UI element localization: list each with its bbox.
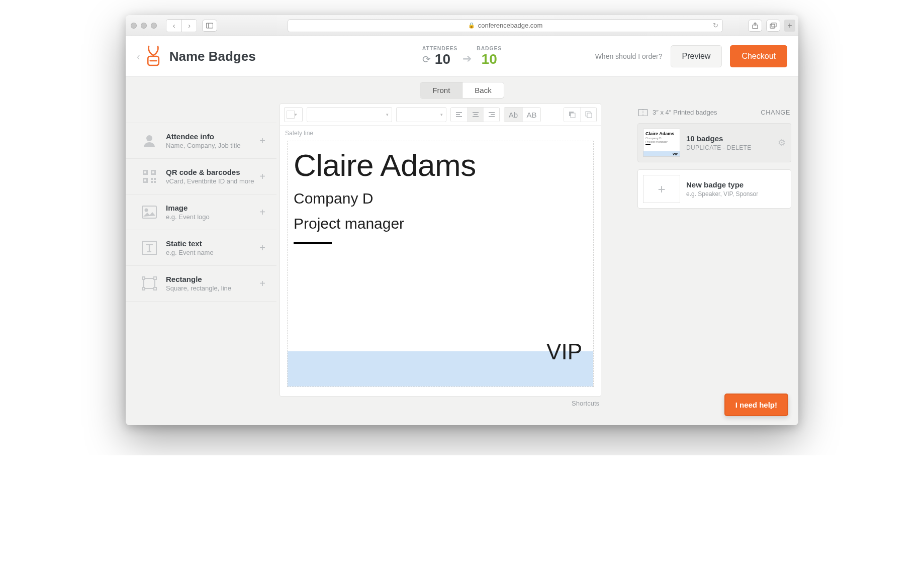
badges-panel: 3″ x 4″ Printed badges CHANGE Claire Ada… <box>634 99 798 415</box>
svg-rect-24 <box>142 287 145 290</box>
send-backward-button[interactable] <box>580 108 596 122</box>
svg-rect-16 <box>152 171 154 173</box>
window-controls <box>131 23 157 29</box>
case-mixed-button[interactable]: Ab <box>504 108 522 122</box>
address-bar[interactable]: 🔒 conferencebadge.com ↻ <box>288 19 723 32</box>
badge-vip-text[interactable]: VIP <box>546 339 582 364</box>
thumb-vip: VIP <box>673 152 678 156</box>
add-icon[interactable]: + <box>259 278 265 289</box>
thumb-job: Project manager <box>645 140 678 143</box>
url-text: conferencebadge.com <box>478 22 543 29</box>
tab-front[interactable]: Front <box>420 82 462 98</box>
badge-name-field[interactable]: Claire Adams <box>294 147 587 183</box>
bring-forward-button[interactable] <box>564 108 580 122</box>
tab-back[interactable]: Back <box>462 82 503 98</box>
tool-subtitle: e.g. Event logo <box>166 213 210 221</box>
tool-image[interactable]: Image e.g. Event logo + <box>126 194 276 230</box>
tool-static-text[interactable]: Static text e.g. Event name + <box>126 230 276 266</box>
add-icon[interactable]: + <box>259 135 265 147</box>
rectangle-icon <box>141 275 158 292</box>
tool-qr-barcodes[interactable]: QR code & barcodes vCard, Eventbrite ID … <box>126 159 276 194</box>
svg-rect-12 <box>154 178 156 180</box>
tool-rectangle[interactable]: Rectangle Square, rectangle, line + <box>126 266 276 302</box>
new-badge-sub: e.g. Speaker, VIP, Sponsor <box>686 190 758 198</box>
add-icon[interactable]: + <box>259 242 265 254</box>
svg-rect-38 <box>587 113 592 118</box>
svg-rect-13 <box>151 181 153 183</box>
tool-subtitle: Name, Company, Job title <box>166 142 241 149</box>
checkout-button[interactable]: Checkout <box>730 45 787 67</box>
attendees-label: ATTENDEES <box>422 45 457 51</box>
separator: · <box>723 144 725 151</box>
new-badge-title: New badge type <box>686 180 758 189</box>
app-header: ‹ Name Badges ATTENDEES ⟳ 10 ➔ BADGES 10 <box>126 36 798 77</box>
back-arrow-icon[interactable]: ‹ <box>137 51 140 62</box>
tool-subtitle: Square, rectangle, line <box>166 284 231 292</box>
elements-panel: Attendee info Name, Company, Job title +… <box>126 99 276 415</box>
sync-icon[interactable]: ⟳ <box>422 53 431 65</box>
tabs-button[interactable] <box>766 20 780 32</box>
align-center-button[interactable] <box>467 108 483 122</box>
svg-rect-21 <box>144 278 155 288</box>
new-tab-button[interactable]: + <box>784 20 795 32</box>
svg-rect-4 <box>772 23 776 27</box>
gear-icon[interactable]: ⚙ <box>778 137 786 148</box>
new-badge-type-card[interactable]: + New badge type e.g. Speaker, VIP, Spon… <box>637 169 791 209</box>
svg-rect-23 <box>154 277 156 279</box>
duplicate-link[interactable]: DUPLICATE <box>686 144 721 151</box>
change-size-link[interactable]: CHANGE <box>761 109 790 116</box>
reload-icon[interactable]: ↻ <box>713 22 718 29</box>
order-hint-link[interactable]: When should I order? <box>595 52 663 60</box>
tool-title: Image <box>166 204 210 212</box>
text-icon <box>141 239 158 256</box>
thumb-name: Claire Adams <box>645 131 678 136</box>
add-icon[interactable]: + <box>259 207 265 218</box>
attendees-count: 10 <box>435 51 450 67</box>
badge-job-field[interactable]: Project manager <box>294 215 587 232</box>
badge-size-icon <box>638 109 648 116</box>
help-button[interactable]: I need help! <box>724 394 788 416</box>
align-left-button[interactable] <box>451 108 467 122</box>
plus-icon: + <box>643 175 680 203</box>
arrow-right-icon: ➔ <box>463 52 472 65</box>
maximize-window[interactable] <box>151 23 157 29</box>
preview-button[interactable]: Preview <box>671 45 722 67</box>
delete-link[interactable]: DELETE <box>727 144 752 151</box>
badge-design-area[interactable]: Claire Adams Company D Project manager V… <box>287 141 594 387</box>
svg-point-7 <box>146 135 152 141</box>
page-title: Name Badges <box>169 49 256 64</box>
safety-line-label: Safety line <box>280 126 601 138</box>
svg-rect-25 <box>154 287 156 290</box>
shortcuts-link[interactable]: Shortcuts <box>280 397 601 407</box>
badge-thumbnail: Claire Adams Company D Project manager V… <box>643 129 680 157</box>
align-right-button[interactable] <box>483 108 499 122</box>
share-button[interactable] <box>748 20 762 32</box>
badge-divider-line[interactable] <box>294 242 332 244</box>
lock-icon: 🔒 <box>468 22 475 29</box>
case-upper-button[interactable]: AB <box>522 108 540 122</box>
svg-rect-36 <box>571 113 575 118</box>
font-size-select[interactable]: ▾ <box>396 107 446 122</box>
badge-type-card[interactable]: Claire Adams Company D Project manager V… <box>637 123 791 162</box>
tool-subtitle: vCard, Eventbrite ID and more <box>166 177 254 185</box>
stats: ATTENDEES ⟳ 10 ➔ BADGES 10 <box>422 45 502 67</box>
close-window[interactable] <box>131 23 137 29</box>
nav-buttons: ‹ › <box>166 19 197 32</box>
minimize-window[interactable] <box>141 23 147 29</box>
color-picker[interactable]: ▾ <box>284 107 303 122</box>
badge-card-title: 10 badges <box>686 134 752 143</box>
svg-rect-11 <box>151 178 153 180</box>
back-button[interactable]: ‹ <box>166 20 181 32</box>
person-icon <box>141 132 158 149</box>
forward-button[interactable]: › <box>181 20 197 32</box>
badge-company-field[interactable]: Company D <box>294 190 587 207</box>
badges-label: BADGES <box>477 45 502 51</box>
qr-icon <box>141 168 158 185</box>
editor-toolbar: ▾ ▾ ▾ Ab AB <box>280 104 601 126</box>
font-family-select[interactable]: ▾ <box>307 107 392 122</box>
svg-rect-17 <box>144 179 146 181</box>
tool-attendee-info[interactable]: Attendee info Name, Company, Job title + <box>126 123 276 159</box>
thumb-company: Company D <box>645 137 678 140</box>
sidebar-toggle[interactable] <box>202 20 217 32</box>
add-icon[interactable]: + <box>259 171 265 182</box>
